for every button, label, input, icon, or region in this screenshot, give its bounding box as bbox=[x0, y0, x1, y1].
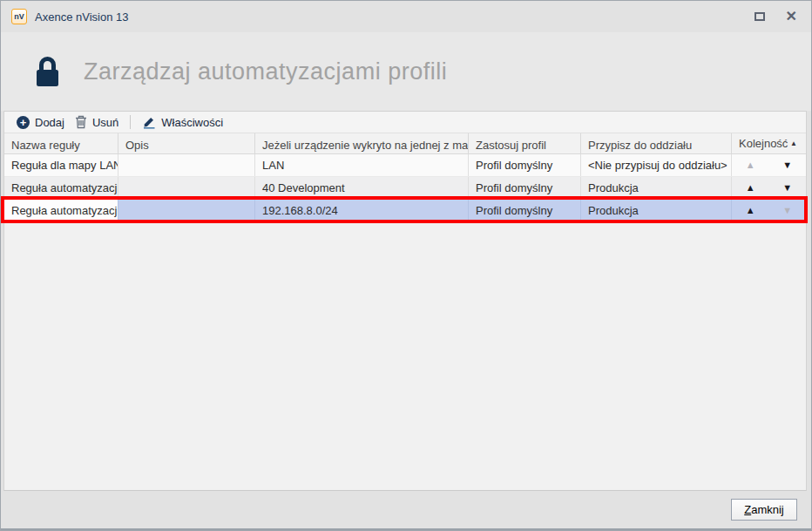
close-dialog-button[interactable]: Zamknij bbox=[731, 499, 797, 521]
column-header-description[interactable]: Opis bbox=[118, 133, 255, 153]
cell-branch: Produkcja bbox=[581, 177, 732, 199]
cell-description bbox=[118, 177, 255, 199]
cell-rule-name: Reguła dla mapy LAN bbox=[4, 154, 118, 176]
table-row[interactable]: Reguła automatyzacji 1 40 Development Pr… bbox=[4, 177, 806, 200]
cell-description bbox=[118, 154, 255, 176]
cell-profile: Profil domyślny bbox=[469, 200, 581, 221]
move-up-button[interactable]: ▲ bbox=[733, 206, 768, 215]
cell-map: 40 Development bbox=[255, 177, 469, 199]
move-up-button: ▲ bbox=[733, 160, 768, 170]
cell-branch: Produkcja bbox=[581, 200, 732, 221]
cell-order: ▲ ▼ bbox=[732, 154, 806, 176]
properties-button-label: Właściwości bbox=[161, 116, 223, 129]
move-down-button: ▼ bbox=[770, 206, 805, 215]
lock-icon bbox=[34, 56, 61, 88]
toolbar: + Dodaj Usuń Właściwoś bbox=[4, 111, 806, 133]
cell-map: 192.168.8.0/24 bbox=[255, 200, 469, 221]
column-header-branch[interactable]: Przypisz do oddziału bbox=[581, 133, 732, 153]
toolbar-separator bbox=[130, 115, 131, 129]
close-button-label: amknij bbox=[751, 503, 784, 516]
cell-profile: Profil domyślny bbox=[469, 177, 581, 199]
dialog-header: Zarządzaj automatyzacjami profili bbox=[1, 32, 811, 111]
column-header-profile[interactable]: Zastosuj profil bbox=[469, 133, 581, 153]
delete-button-label: Usuń bbox=[92, 116, 118, 129]
cell-rule-name-editing[interactable]: Reguła automatyzacji ... bbox=[4, 200, 118, 221]
title-bar: nV Axence nVision 13 ✕ bbox=[1, 1, 811, 32]
cell-map: LAN bbox=[255, 154, 469, 176]
close-button-mnemonic: Z bbox=[744, 503, 751, 516]
add-icon: + bbox=[17, 116, 30, 129]
sort-ascending-icon: ▲ bbox=[790, 140, 797, 147]
window-title: Axence nVision 13 bbox=[35, 10, 128, 24]
move-down-button[interactable]: ▼ bbox=[770, 160, 805, 170]
table-empty-area bbox=[4, 222, 806, 490]
add-button[interactable]: + Dodaj bbox=[11, 114, 70, 131]
main-panel: + Dodaj Usuń Właściwoś bbox=[3, 111, 807, 491]
move-up-button[interactable]: ▲ bbox=[733, 183, 768, 193]
cell-order: ▲ ▼ bbox=[732, 200, 806, 221]
cell-order: ▲ ▼ bbox=[732, 177, 806, 199]
move-down-button[interactable]: ▼ bbox=[770, 183, 805, 193]
app-logo-icon: nV bbox=[11, 9, 27, 24]
table-row-selected[interactable]: Reguła automatyzacji ... 192.168.8.0/24 … bbox=[4, 200, 806, 222]
cell-profile: Profil domyślny bbox=[469, 154, 581, 176]
delete-button[interactable]: Usuń bbox=[70, 113, 124, 131]
add-button-label: Dodaj bbox=[35, 116, 64, 129]
column-header-map[interactable]: Jeżeli urządzenie wykryto na jednej z ma… bbox=[255, 133, 469, 153]
trash-icon bbox=[75, 115, 87, 129]
properties-button[interactable]: Właściwości bbox=[137, 113, 228, 131]
close-icon[interactable]: ✕ bbox=[786, 10, 797, 24]
table-row[interactable]: Reguła dla mapy LAN LAN Profil domyślny … bbox=[4, 154, 806, 177]
cell-branch: <Nie przypisuj do oddziału> bbox=[581, 154, 732, 176]
pencil-icon bbox=[142, 115, 156, 129]
table-header: Nazwa reguły Opis Jeżeli urządzenie wykr… bbox=[4, 133, 806, 154]
cell-rule-name: Reguła automatyzacji 1 bbox=[4, 177, 118, 199]
page-title: Zarządzaj automatyzacjami profili bbox=[84, 58, 447, 85]
column-header-order-label: Kolejność bbox=[739, 137, 788, 150]
cell-description bbox=[118, 200, 255, 221]
dialog-window: nV Axence nVision 13 ✕ Zarządzaj automat… bbox=[0, 0, 812, 531]
footer-bar: Zamknij bbox=[1, 491, 811, 530]
maximize-icon[interactable] bbox=[754, 12, 765, 21]
column-header-order[interactable]: Kolejność ▲ bbox=[732, 133, 806, 153]
column-header-name[interactable]: Nazwa reguły bbox=[4, 133, 118, 153]
